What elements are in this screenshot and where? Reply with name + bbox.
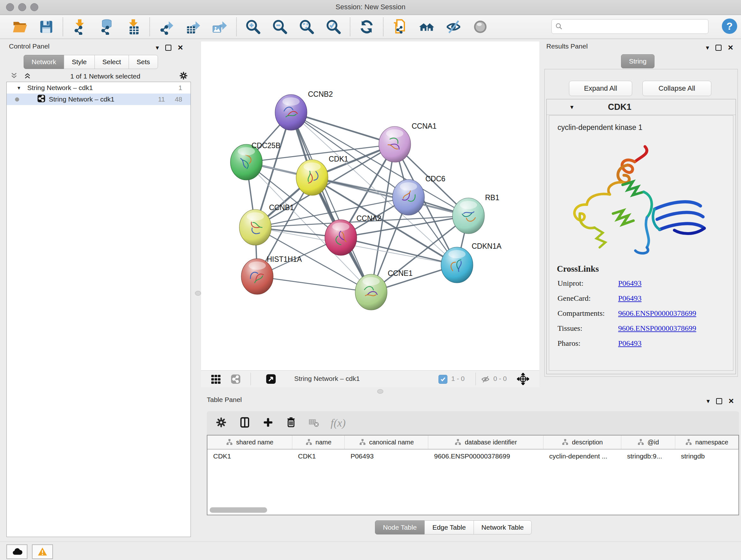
status-bar: Memory [0,542,741,560]
panel-close-icon[interactable]: × [729,396,734,406]
panel-menu-icon[interactable]: ▾ [156,44,159,51]
zoom-out-icon[interactable] [271,18,288,36]
table-row[interactable]: CDK1CDK1P064939606.ENSP00000378699cyclin… [207,449,738,463]
network-edge[interactable] [291,112,371,292]
import-network-from-database-icon[interactable] [98,18,115,36]
help-button[interactable]: ? [722,18,737,34]
network-overview-icon[interactable] [418,18,435,36]
toolbar-separator [236,17,237,36]
horizontal-scrollbar[interactable] [210,507,267,513]
zoom-fit-content-icon[interactable] [298,18,315,36]
network-node-hist1h1a[interactable] [241,259,273,294]
export-network-to-file-icon[interactable] [158,18,175,36]
network-collection-row[interactable]: ▾ String Network – cdk1 1 [7,82,191,94]
bottom-splitter-handle[interactable] [377,389,383,394]
tab-network-table[interactable]: Network Table [474,520,532,535]
panel-close-icon[interactable]: × [728,43,733,52]
panel-menu-icon[interactable]: ▾ [706,44,709,51]
show-hidden-icon[interactable] [472,18,489,36]
collection-expand-icon[interactable]: ▾ [17,84,20,91]
export-table-icon[interactable] [185,18,202,36]
panel-float-icon[interactable] [716,398,722,404]
crosslink-link[interactable]: P06493 [618,294,642,303]
hide-selected-icon[interactable] [445,18,462,36]
column-header-namespace[interactable]: namespace [675,435,738,449]
network-node-ccna1[interactable] [379,126,411,162]
panel-menu-icon[interactable]: ▾ [706,398,710,404]
zoom-selected-icon[interactable] [325,18,342,36]
table-cell[interactable]: stringdb:9... [621,449,675,463]
network-node-ccna2[interactable] [325,220,357,255]
network-options-gear-icon[interactable] [179,71,188,82]
collapse-all-button[interactable]: Collapse All [643,81,711,96]
selected-nodes-checkbox[interactable] [439,375,448,384]
tab-select[interactable]: Select [94,55,129,69]
column-header-id[interactable]: @id [621,435,675,449]
tab-sets[interactable]: Sets [129,55,158,69]
tab-network[interactable]: Network [23,55,64,69]
open-session-icon[interactable] [11,18,28,36]
network-node-rb1[interactable] [453,198,484,234]
string-export-icon[interactable] [391,18,408,36]
tab-string[interactable]: String [621,54,655,68]
column-header-name[interactable]: name [292,435,345,449]
grid-view-icon[interactable] [211,374,221,386]
search-box[interactable] [551,19,709,34]
network-node-ccnb2[interactable] [275,95,307,130]
table-cell[interactable]: cyclin-dependent ... [543,449,621,463]
network-node-cdkn1a[interactable] [441,247,473,283]
save-session-icon[interactable] [38,18,55,36]
detach-view-icon[interactable] [266,374,276,386]
crosslink-link[interactable]: 9606.ENSP00000378699 [618,309,696,318]
network-view-share-icon[interactable] [230,374,241,386]
refresh-icon[interactable] [358,18,375,36]
expand-all-button[interactable]: Expand All [569,81,632,96]
column-header-description[interactable]: description [543,435,621,449]
column-header-shared-name[interactable]: shared name [207,435,292,449]
network-edge[interactable] [257,276,371,292]
table-cell[interactable]: stringdb [675,449,738,463]
collapse-all-networks-icon[interactable] [10,71,18,81]
crosslink-link[interactable]: P06493 [618,279,642,288]
hidden-eye-icon[interactable] [481,374,490,385]
table-settings-gear-icon[interactable] [215,416,227,430]
gene-section-header[interactable]: ▾ CDK1 [547,99,736,115]
column-header-database-identifier[interactable]: database identifier [428,435,543,449]
warnings-button[interactable] [32,544,53,559]
delete-column-trash-icon[interactable] [285,417,297,429]
network-view-canvas[interactable]: CCNB2CCNA1CDC25BCDK1CDC6RB1CCNB1CCNA2CDK… [201,42,539,370]
panel-close-icon[interactable]: × [178,43,183,52]
table-cell[interactable]: P06493 [345,449,428,463]
panel-float-icon[interactable] [716,45,722,51]
section-collapse-icon[interactable]: ▾ [570,104,574,110]
import-network-from-file-icon[interactable] [71,18,88,36]
search-input[interactable] [563,23,702,30]
zoom-in-icon[interactable] [245,18,262,36]
column-header-canonical-name[interactable]: canonical name [345,435,428,449]
crosslink-link[interactable]: P06493 [618,339,642,348]
table-cell[interactable]: CDK1 [292,449,345,463]
export-image-icon[interactable] [211,18,228,36]
network-node-ccne1[interactable] [355,274,387,310]
tab-style[interactable]: Style [64,55,95,69]
network-graph[interactable]: CCNB2CCNA1CDC25BCDK1CDC6RB1CCNB1CCNA2CDK… [201,42,539,370]
table-cell[interactable]: CDK1 [207,449,292,463]
network-node-cdc6[interactable] [393,179,424,215]
crosslink-link[interactable]: 9606.ENSP00000378699 [618,324,696,333]
add-column-icon[interactable] [262,417,274,429]
tab-edge-table[interactable]: Edge Table [424,520,474,535]
panel-float-icon[interactable] [165,45,172,51]
expand-all-networks-icon[interactable] [23,71,32,81]
cloud-button[interactable] [6,544,27,559]
fit-selected-crosshair-icon[interactable] [517,373,529,386]
node-table[interactable]: shared namenamecanonical namedatabase id… [207,435,739,515]
network-row[interactable]: String Network – cdk1 11 48 [7,94,191,105]
left-splitter-handle[interactable] [195,291,201,296]
import-table-from-file-icon[interactable] [125,18,142,36]
network-edge[interactable] [341,238,457,265]
tab-node-table[interactable]: Node Table [375,520,425,535]
show-columns-icon[interactable] [239,416,251,430]
network-node-cdk1[interactable] [296,160,328,195]
table-cell[interactable]: 9606.ENSP00000378699 [428,449,543,463]
network-node-ccnb1[interactable] [239,209,271,245]
